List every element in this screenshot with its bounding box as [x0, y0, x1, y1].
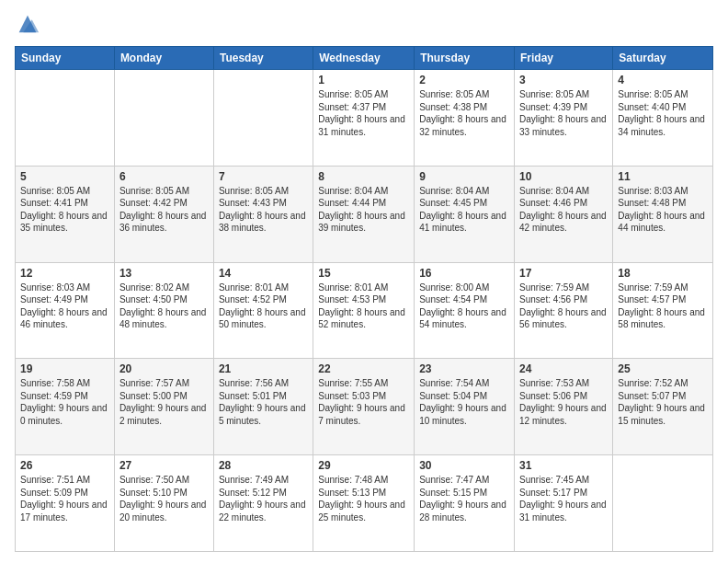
day-info: Sunrise: 7:48 AM Sunset: 5:13 PM Dayligh…: [318, 474, 409, 523]
day-cell: 10Sunrise: 8:04 AM Sunset: 4:46 PM Dayli…: [515, 166, 613, 262]
day-cell: 26Sunrise: 7:51 AM Sunset: 5:09 PM Dayli…: [16, 455, 115, 552]
day-info: Sunrise: 8:04 AM Sunset: 4:46 PM Dayligh…: [519, 185, 608, 235]
day-header-monday: Monday: [114, 47, 213, 70]
calendar-table: SundayMondayTuesdayWednesdayThursdayFrid…: [15, 46, 713, 552]
day-number: 19: [20, 362, 109, 375]
day-number: 2: [419, 74, 509, 86]
day-info: Sunrise: 7:52 AM Sunset: 5:07 PM Dayligh…: [618, 377, 708, 427]
day-number: 29: [318, 459, 409, 472]
day-info: Sunrise: 7:58 AM Sunset: 4:59 PM Dayligh…: [20, 377, 109, 427]
day-info: Sunrise: 8:05 AM Sunset: 4:40 PM Dayligh…: [618, 88, 708, 138]
day-info: Sunrise: 7:56 AM Sunset: 5:01 PM Dayligh…: [219, 377, 308, 427]
day-cell: 19Sunrise: 7:58 AM Sunset: 4:59 PM Dayli…: [16, 359, 115, 455]
day-cell: 5Sunrise: 8:05 AM Sunset: 4:41 PM Daylig…: [16, 166, 115, 262]
day-number: 12: [20, 267, 109, 280]
day-cell: 22Sunrise: 7:55 AM Sunset: 5:03 PM Dayli…: [313, 359, 415, 455]
day-info: Sunrise: 7:53 AM Sunset: 5:06 PM Dayligh…: [519, 377, 608, 427]
day-info: Sunrise: 7:51 AM Sunset: 5:09 PM Dayligh…: [20, 474, 109, 523]
day-info: Sunrise: 8:04 AM Sunset: 4:45 PM Dayligh…: [419, 185, 509, 235]
day-info: Sunrise: 8:05 AM Sunset: 4:43 PM Dayligh…: [219, 185, 308, 235]
day-cell: [16, 70, 115, 167]
day-cell: 15Sunrise: 8:01 AM Sunset: 4:53 PM Dayli…: [313, 262, 415, 359]
day-info: Sunrise: 7:50 AM Sunset: 5:10 PM Dayligh…: [119, 474, 209, 523]
day-cell: 16Sunrise: 8:00 AM Sunset: 4:54 PM Dayli…: [415, 262, 515, 359]
day-cell: 18Sunrise: 7:59 AM Sunset: 4:57 PM Dayli…: [613, 262, 713, 359]
day-info: Sunrise: 7:49 AM Sunset: 5:12 PM Dayligh…: [219, 474, 308, 523]
day-info: Sunrise: 8:05 AM Sunset: 4:37 PM Dayligh…: [318, 88, 409, 138]
day-number: 1: [318, 74, 409, 86]
logo: [15, 11, 44, 37]
logo-icon: [15, 11, 40, 37]
day-info: Sunrise: 7:59 AM Sunset: 4:57 PM Dayligh…: [618, 282, 708, 331]
day-cell: 11Sunrise: 8:03 AM Sunset: 4:48 PM Dayli…: [613, 166, 713, 262]
day-cell: 30Sunrise: 7:47 AM Sunset: 5:15 PM Dayli…: [415, 455, 515, 552]
week-row-3: 12Sunrise: 8:03 AM Sunset: 4:49 PM Dayli…: [16, 262, 713, 359]
week-row-5: 26Sunrise: 7:51 AM Sunset: 5:09 PM Dayli…: [16, 455, 713, 552]
day-cell: 6Sunrise: 8:05 AM Sunset: 4:42 PM Daylig…: [114, 166, 213, 262]
day-number: 6: [119, 170, 209, 183]
day-number: 3: [519, 74, 608, 86]
day-number: 25: [618, 362, 708, 375]
day-cell: 21Sunrise: 7:56 AM Sunset: 5:01 PM Dayli…: [213, 359, 313, 455]
week-row-4: 19Sunrise: 7:58 AM Sunset: 4:59 PM Dayli…: [16, 359, 713, 455]
day-number: 26: [20, 459, 109, 472]
day-number: 15: [318, 267, 409, 280]
day-number: 16: [419, 267, 509, 280]
day-info: Sunrise: 8:04 AM Sunset: 4:44 PM Dayligh…: [318, 185, 409, 235]
day-number: 28: [219, 459, 308, 472]
day-cell: 25Sunrise: 7:52 AM Sunset: 5:07 PM Dayli…: [613, 359, 713, 455]
day-cell: 13Sunrise: 8:02 AM Sunset: 4:50 PM Dayli…: [114, 262, 213, 359]
day-info: Sunrise: 8:02 AM Sunset: 4:50 PM Dayligh…: [119, 282, 209, 331]
day-number: 31: [519, 459, 608, 472]
day-cell: 3Sunrise: 8:05 AM Sunset: 4:39 PM Daylig…: [515, 70, 613, 167]
day-info: Sunrise: 8:00 AM Sunset: 4:54 PM Dayligh…: [419, 282, 509, 331]
day-cell: 28Sunrise: 7:49 AM Sunset: 5:12 PM Dayli…: [213, 455, 313, 552]
day-info: Sunrise: 7:45 AM Sunset: 5:17 PM Dayligh…: [519, 474, 608, 523]
day-number: 20: [119, 362, 209, 375]
day-info: Sunrise: 8:03 AM Sunset: 4:49 PM Dayligh…: [20, 282, 109, 331]
day-cell: [213, 70, 313, 167]
day-number: 23: [419, 362, 509, 375]
day-info: Sunrise: 8:01 AM Sunset: 4:53 PM Dayligh…: [318, 282, 409, 331]
day-cell: 4Sunrise: 8:05 AM Sunset: 4:40 PM Daylig…: [613, 70, 713, 167]
day-number: 10: [519, 170, 608, 183]
day-number: 24: [519, 362, 608, 375]
day-number: 11: [618, 170, 708, 183]
day-cell: 1Sunrise: 8:05 AM Sunset: 4:37 PM Daylig…: [313, 70, 415, 167]
day-number: 30: [419, 459, 509, 472]
day-cell: 8Sunrise: 8:04 AM Sunset: 4:44 PM Daylig…: [313, 166, 415, 262]
day-header-friday: Friday: [515, 47, 613, 70]
day-cell: 17Sunrise: 7:59 AM Sunset: 4:56 PM Dayli…: [515, 262, 613, 359]
day-number: 7: [219, 170, 308, 183]
day-info: Sunrise: 8:05 AM Sunset: 4:42 PM Dayligh…: [119, 185, 209, 235]
day-number: 21: [219, 362, 308, 375]
day-cell: 27Sunrise: 7:50 AM Sunset: 5:10 PM Dayli…: [114, 455, 213, 552]
day-cell: 23Sunrise: 7:54 AM Sunset: 5:04 PM Dayli…: [415, 359, 515, 455]
day-number: 8: [318, 170, 409, 183]
day-number: 27: [119, 459, 209, 472]
day-cell: [114, 70, 213, 167]
day-header-sunday: Sunday: [16, 47, 115, 70]
day-number: 13: [119, 267, 209, 280]
day-cell: 24Sunrise: 7:53 AM Sunset: 5:06 PM Dayli…: [515, 359, 613, 455]
day-cell: 12Sunrise: 8:03 AM Sunset: 4:49 PM Dayli…: [16, 262, 115, 359]
day-header-tuesday: Tuesday: [213, 47, 313, 70]
day-number: 17: [519, 267, 608, 280]
day-info: Sunrise: 8:03 AM Sunset: 4:48 PM Dayligh…: [618, 185, 708, 235]
day-info: Sunrise: 7:47 AM Sunset: 5:15 PM Dayligh…: [419, 474, 509, 523]
day-header-wednesday: Wednesday: [313, 47, 415, 70]
header: [15, 11, 713, 37]
day-info: Sunrise: 7:55 AM Sunset: 5:03 PM Dayligh…: [318, 377, 409, 427]
day-number: 14: [219, 267, 308, 280]
day-info: Sunrise: 8:01 AM Sunset: 4:52 PM Dayligh…: [219, 282, 308, 331]
day-info: Sunrise: 8:05 AM Sunset: 4:38 PM Dayligh…: [419, 88, 509, 138]
day-info: Sunrise: 7:54 AM Sunset: 5:04 PM Dayligh…: [419, 377, 509, 427]
day-header-thursday: Thursday: [415, 47, 515, 70]
day-cell: 2Sunrise: 8:05 AM Sunset: 4:38 PM Daylig…: [415, 70, 515, 167]
day-info: Sunrise: 8:05 AM Sunset: 4:39 PM Dayligh…: [519, 88, 608, 138]
day-info: Sunrise: 8:05 AM Sunset: 4:41 PM Dayligh…: [20, 185, 109, 235]
day-cell: 14Sunrise: 8:01 AM Sunset: 4:52 PM Dayli…: [213, 262, 313, 359]
day-cell: 20Sunrise: 7:57 AM Sunset: 5:00 PM Dayli…: [114, 359, 213, 455]
day-info: Sunrise: 7:59 AM Sunset: 4:56 PM Dayligh…: [519, 282, 608, 331]
day-cell: 7Sunrise: 8:05 AM Sunset: 4:43 PM Daylig…: [213, 166, 313, 262]
